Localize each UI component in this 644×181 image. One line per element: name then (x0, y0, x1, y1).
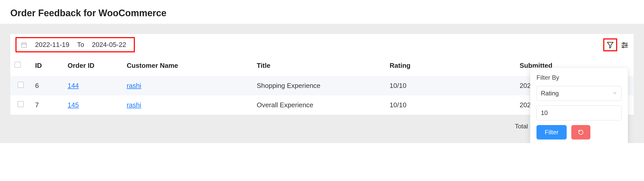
svg-point-6 (623, 43, 624, 44)
filter-by-popover: Filter By Rating Filter (530, 68, 628, 143)
date-from: 2022-11-19 (35, 41, 69, 49)
filter-field-value: Rating (541, 90, 559, 97)
cell-title: Shopping Experience (253, 76, 386, 96)
select-all-checkbox[interactable] (14, 62, 21, 68)
date-range-picker[interactable]: 2022-11-19 To 2024-05-22 (15, 37, 135, 52)
chevron-down-icon (613, 90, 617, 97)
popover-actions: Filter (536, 125, 622, 139)
row-checkbox[interactable] (18, 82, 24, 88)
sliders-icon (621, 41, 629, 49)
customer-link[interactable]: rashi (127, 82, 141, 89)
col-id: ID (31, 55, 63, 76)
cell-rating: 10/10 (385, 95, 515, 115)
svg-rect-0 (21, 43, 27, 47)
filter-button[interactable] (603, 38, 617, 51)
filter-by-title: Filter By (536, 74, 622, 81)
cell-id: 6 (31, 76, 63, 96)
settings-button[interactable] (621, 41, 629, 49)
filter-value-input[interactable] (536, 105, 622, 120)
svg-marker-4 (607, 42, 613, 48)
customer-link[interactable]: rashi (127, 101, 141, 109)
page-title: Order Feedback for WooCommerce (10, 8, 634, 19)
order-link[interactable]: 144 (68, 82, 79, 89)
col-order-id: Order ID (63, 55, 122, 76)
order-link[interactable]: 145 (68, 101, 79, 109)
cell-title: Overall Experience (253, 95, 386, 115)
cell-id: 7 (31, 95, 63, 115)
row-checkbox[interactable] (18, 101, 24, 107)
apply-filter-button[interactable]: Filter (536, 125, 567, 139)
reset-filter-button[interactable] (571, 125, 590, 139)
svg-point-10 (622, 46, 624, 48)
col-rating: Rating (385, 55, 515, 76)
toolbar-right (603, 38, 629, 51)
cell-rating: 10/10 (385, 76, 515, 96)
filter-field-select[interactable]: Rating (536, 86, 622, 101)
toolbar: 2022-11-19 To 2024-05-22 (10, 34, 634, 55)
calendar-icon (21, 42, 27, 48)
svg-point-8 (626, 44, 627, 46)
col-customer: Customer Name (122, 55, 252, 76)
date-to: 2024-05-22 (92, 41, 126, 49)
reset-icon (578, 129, 584, 135)
col-title: Title (253, 55, 386, 76)
page-header: Order Feedback for WooCommerce (0, 0, 644, 24)
funnel-icon (606, 41, 614, 49)
date-to-label: To (77, 41, 84, 49)
content-area: 2022-11-19 To 2024-05-22 ID Order ID Cus… (0, 24, 644, 143)
